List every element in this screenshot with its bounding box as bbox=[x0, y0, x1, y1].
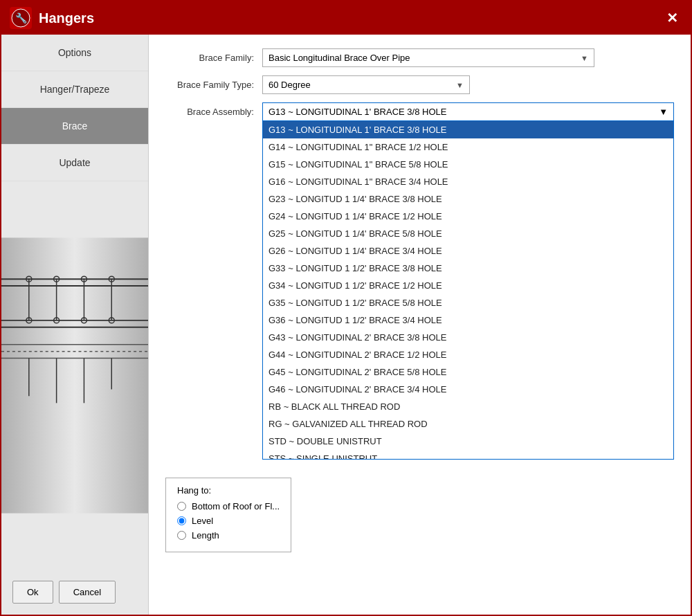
dropdown-item-g23[interactable]: G23 ~ LONGITUD 1 1/4' BRACE 3/8 HOLE bbox=[263, 190, 673, 208]
radio-bottom: Bottom of Roof or Fl... bbox=[177, 501, 280, 511]
brace-family-type-chevron-icon: ▼ bbox=[456, 81, 464, 89]
brace-family-label: Brace Family: bbox=[165, 53, 262, 63]
dropdown-item-g25[interactable]: G25 ~ LONGITUD 1 1/4' BRACE 5/8 HOLE bbox=[263, 225, 673, 242]
brace-assembly-label: Brace Assembly: bbox=[165, 102, 262, 117]
dropdown-item-g33[interactable]: G33 ~ LONGITUD 1 1/2' BRACE 3/8 HOLE bbox=[263, 260, 673, 277]
radio-length-label[interactable]: Length bbox=[192, 530, 219, 541]
dropdown-item-g35[interactable]: G35 ~ LONGITUD 1 1/2' BRACE 5/8 HOLE bbox=[263, 294, 673, 311]
dropdown-item-g46[interactable]: G46 ~ LONGITUDINAL 2' BRACE 3/4 HOLE bbox=[263, 381, 673, 398]
radio-bottom-label[interactable]: Bottom of Roof or Fl... bbox=[192, 501, 280, 511]
radio-level-label[interactable]: Level bbox=[192, 516, 213, 526]
close-button[interactable]: ✕ bbox=[662, 10, 682, 26]
dropdown-item-sts[interactable]: STS ~ SINGLE UNISTRUT bbox=[263, 450, 673, 460]
sidebar-buttons: Ok Cancel bbox=[1, 570, 148, 615]
sidebar: Options Hanger/Trapeze Brace Update bbox=[1, 35, 149, 615]
brace-assembly-dropdown-wrapper: G13 ~ LONGITUDINAL 1' BRACE 3/8 HOLE ▼ G… bbox=[262, 102, 674, 460]
brace-assembly-chevron-icon: ▼ bbox=[659, 107, 668, 117]
brace-family-value: Basic Longitudinal Brace Over Pipe bbox=[268, 53, 410, 63]
brace-family-row: Brace Family: Basic Longitudinal Brace O… bbox=[165, 48, 674, 67]
form-area: Brace Family: Basic Longitudinal Brace O… bbox=[149, 35, 691, 475]
hang-to-container: Hang to: Bottom of Roof or Fl... Level L… bbox=[149, 475, 691, 559]
brace-family-select[interactable]: Basic Longitudinal Brace Over Pipe ▼ bbox=[262, 48, 594, 67]
brace-assembly-row: Brace Assembly: G13 ~ LONGITUDINAL 1' BR… bbox=[165, 102, 674, 460]
hang-to-label: Hang to: bbox=[177, 485, 280, 496]
cancel-button[interactable]: Cancel bbox=[59, 581, 116, 604]
radio-level: Level bbox=[177, 516, 280, 526]
window-title: Hangers bbox=[39, 10, 662, 26]
dropdown-item-g36[interactable]: G36 ~ LONGITUD 1 1/2' BRACE 3/4 HOLE bbox=[263, 311, 673, 329]
radio-level-input[interactable] bbox=[177, 516, 186, 525]
main-content: Options Hanger/Trapeze Brace Update bbox=[1, 35, 691, 615]
brace-family-type-row: Brace Family Type: 60 Degree ▼ bbox=[165, 75, 674, 94]
dropdown-item-g34[interactable]: G34 ~ LONGITUD 1 1/2' BRACE 1/2 HOLE bbox=[263, 277, 673, 294]
ok-button[interactable]: Ok bbox=[12, 581, 53, 604]
sidebar-item-brace[interactable]: Brace bbox=[1, 108, 148, 145]
dropdown-item-rb[interactable]: RB ~ BLACK ALL THREAD ROD bbox=[263, 398, 673, 415]
svg-text:🔧: 🔧 bbox=[15, 12, 28, 24]
hangers-window: 🔧 Hangers ✕ Options Hanger/Trapeze Brace… bbox=[0, 0, 692, 616]
dropdown-item-g44[interactable]: G44 ~ LONGITUDINAL 2' BRACE 1/2 HOLE bbox=[263, 346, 673, 363]
brace-family-type-label: Brace Family Type: bbox=[165, 80, 262, 90]
brace-family-chevron-icon: ▼ bbox=[581, 54, 588, 62]
dropdown-item-g43[interactable]: G43 ~ LONGITUDINAL 2' BRACE 3/8 HOLE bbox=[263, 329, 673, 346]
dropdown-item-g24[interactable]: G24 ~ LONGITUD 1 1/4' BRACE 1/2 HOLE bbox=[263, 208, 673, 225]
brace-assembly-dropdown-list[interactable]: G13 ~ LONGITUDINAL 1' BRACE 3/8 HOLEG14 … bbox=[262, 120, 674, 460]
dropdown-item-rg[interactable]: RG ~ GALVANIZED ALL THREAD ROD bbox=[263, 415, 673, 433]
brace-assembly-value: G13 ~ LONGITUDINAL 1' BRACE 3/8 HOLE bbox=[268, 107, 446, 117]
dropdown-item-g45[interactable]: G45 ~ LONGITUDINAL 2' BRACE 5/8 HOLE bbox=[263, 363, 673, 381]
app-icon: 🔧 bbox=[10, 7, 32, 29]
title-bar: 🔧 Hangers ✕ bbox=[1, 1, 691, 35]
dropdown-item-g13[interactable]: G13 ~ LONGITUDINAL 1' BRACE 3/8 HOLE bbox=[263, 121, 673, 138]
brace-assembly-select[interactable]: G13 ~ LONGITUDINAL 1' BRACE 3/8 HOLE ▼ bbox=[262, 102, 674, 120]
sidebar-item-update[interactable]: Update bbox=[1, 145, 148, 181]
brace-family-type-select[interactable]: 60 Degree ▼ bbox=[262, 75, 470, 94]
brace-family-type-value: 60 Degree bbox=[268, 80, 311, 90]
radio-length-input[interactable] bbox=[177, 531, 186, 540]
dropdown-item-g16[interactable]: G16 ~ LONGITUDINAL 1" BRACE 3/4 HOLE bbox=[263, 173, 673, 190]
sidebar-item-options[interactable]: Options bbox=[1, 35, 148, 71]
dropdown-item-g15[interactable]: G15 ~ LONGITUDINAL 1" BRACE 5/8 HOLE bbox=[263, 156, 673, 173]
dropdown-item-g14[interactable]: G14 ~ LONGITUDINAL 1" BRACE 1/2 HOLE bbox=[263, 138, 673, 156]
hang-to-section: Hang to: Bottom of Roof or Fl... Level L… bbox=[165, 478, 291, 552]
dropdown-item-std[interactable]: STD ~ DOUBLE UNISTRUT bbox=[263, 433, 673, 450]
dropdown-item-g26[interactable]: G26 ~ LONGITUD 1 1/4' BRACE 3/4 HOLE bbox=[263, 242, 673, 260]
radio-bottom-input[interactable] bbox=[177, 502, 186, 511]
radio-length: Length bbox=[177, 530, 280, 541]
sidebar-item-hanger-trapeze[interactable]: Hanger/Trapeze bbox=[1, 71, 148, 108]
right-panel: Brace Family: Basic Longitudinal Brace O… bbox=[149, 35, 691, 615]
